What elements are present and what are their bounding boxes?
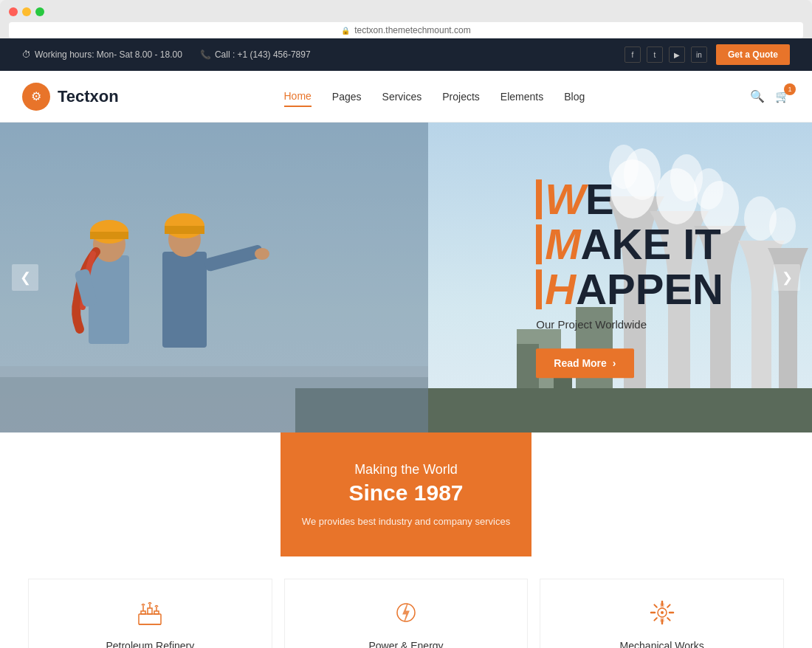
svg-rect-28 <box>139 614 161 624</box>
hero-subtitle: Our Project Worldwide <box>536 318 723 331</box>
making-world-year: Since 1987 <box>295 480 517 506</box>
orange-bar-2 <box>536 224 542 264</box>
svg-point-38 <box>661 611 664 614</box>
nav-elements[interactable]: Elements <box>500 87 543 106</box>
lock-icon: 🔒 <box>341 27 350 35</box>
social-icons: f t ▶ in <box>625 46 707 63</box>
hero-h-letter: H <box>545 267 576 312</box>
top-bar-right: f t ▶ in Get a Quote <box>625 44 790 65</box>
search-icon[interactable]: 🔍 <box>750 89 765 103</box>
hero-content: WE MAKE IT HAPPEN Our Project Worldwide … <box>536 177 723 378</box>
working-hours-info: ⏱ Working hours: Mon- Sat 8.00 - 18.00 <box>22 49 182 60</box>
making-world-wrapper: Making the World Since 1987 We provides … <box>0 432 812 556</box>
nav-projects[interactable]: Projects <box>442 87 480 106</box>
petroleum-title: Petroleum Refinery <box>44 640 257 648</box>
read-more-button[interactable]: Read More › <box>536 348 633 378</box>
petroleum-refinery-icon <box>131 594 168 631</box>
get-quote-button[interactable]: Get a Quote <box>716 44 790 65</box>
mechanical-title: Mechanical Works <box>555 640 768 648</box>
url-text: tectxon.themetechmount.com <box>354 25 470 35</box>
logo[interactable]: ⚙ Tectxon <box>22 83 119 111</box>
service-card-mechanical[interactable]: Mechanical Works <box>540 579 784 648</box>
nav-services[interactable]: Services <box>382 87 422 106</box>
power-energy-icon <box>388 594 424 631</box>
cart-badge: 1 <box>784 83 796 95</box>
minimize-dot[interactable] <box>22 7 31 16</box>
svg-rect-25 <box>165 226 204 234</box>
left-arrow-icon: ❮ <box>20 269 31 286</box>
address-bar[interactable]: 🔒 tectxon.themetechmount.com <box>9 22 803 38</box>
svg-rect-20 <box>90 232 128 239</box>
read-more-label: Read More <box>554 357 607 369</box>
hero-appen-text: APPEN <box>576 267 723 312</box>
nav-pages[interactable]: Pages <box>332 87 362 106</box>
svg-point-27 <box>255 248 269 260</box>
svg-rect-29 <box>141 611 145 614</box>
facebook-icon[interactable]: f <box>625 46 641 63</box>
nav-actions: 🔍 🛒 1 <box>750 89 790 103</box>
youtube-icon[interactable]: ▶ <box>669 46 685 63</box>
hero-section: WE MAKE IT HAPPEN Our Project Worldwide … <box>0 123 812 432</box>
main-nav: ⚙ Tectxon Home Pages Services Projects E… <box>0 71 812 123</box>
svg-rect-16 <box>0 377 428 432</box>
orange-bar-1 <box>536 180 542 220</box>
slider-prev-button[interactable]: ❮ <box>12 264 38 291</box>
nav-blog[interactable]: Blog <box>564 87 585 106</box>
clock-icon: ⏱ <box>22 49 31 60</box>
logo-icon: ⚙ <box>22 83 50 111</box>
services-section: Petroleum Refinery Power & Energy <box>0 556 812 648</box>
nav-home[interactable]: Home <box>284 86 312 107</box>
hero-title-line1: WE <box>536 177 723 222</box>
hero-title-line3: HAPPEN <box>536 267 723 312</box>
maximize-dot[interactable] <box>35 7 44 16</box>
svg-rect-30 <box>148 608 152 614</box>
making-world-section: Making the World Since 1987 We provides … <box>281 432 531 556</box>
top-bar-left: ⏱ Working hours: Mon- Sat 8.00 - 18.00 📞… <box>22 49 311 60</box>
hero-akeit-text: AKE IT <box>581 222 721 267</box>
nav-links: Home Pages Services Projects Elements Bl… <box>284 86 585 107</box>
mechanical-works-icon <box>644 594 681 631</box>
hero-title-line2: MAKE IT <box>536 222 723 267</box>
phone-text: Call : +1 (143) 456-7897 <box>215 49 311 60</box>
working-hours-text: Working hours: Mon- Sat 8.00 - 18.00 <box>35 49 182 60</box>
hero-m-letter: M <box>545 222 580 267</box>
making-world-description: We provides best industry and company se… <box>295 516 517 527</box>
svg-rect-15 <box>0 366 428 377</box>
svg-rect-31 <box>154 611 159 614</box>
logo-text: Tectxon <box>58 87 119 106</box>
close-dot[interactable] <box>9 7 18 16</box>
twitter-icon[interactable]: t <box>647 46 663 63</box>
browser-dots <box>9 7 803 16</box>
cart-icon[interactable]: 🛒 1 <box>775 89 790 103</box>
hero-e-text: E <box>585 177 614 222</box>
browser-chrome: 🔒 tectxon.themetechmount.com <box>0 0 812 38</box>
below-hero-section: Making the World Since 1987 We provides … <box>0 432 812 648</box>
arrow-icon: › <box>613 357 616 369</box>
svg-rect-22 <box>162 252 207 348</box>
phone-icon: 📞 <box>200 49 211 60</box>
hero-title: WE MAKE IT HAPPEN <box>536 177 723 312</box>
making-world-subtitle: Making the World <box>295 462 517 478</box>
linkedin-icon[interactable]: in <box>691 46 707 63</box>
power-title: Power & Energy <box>300 640 513 648</box>
slider-next-button[interactable]: ❯ <box>774 264 800 291</box>
hero-w-letter: W <box>545 177 585 222</box>
right-arrow-icon: ❯ <box>782 269 793 286</box>
service-card-petroleum[interactable]: Petroleum Refinery <box>28 579 272 648</box>
orange-bar-3 <box>536 269 542 309</box>
phone-info: 📞 Call : +1 (143) 456-7897 <box>200 49 311 60</box>
top-bar: ⏱ Working hours: Mon- Sat 8.00 - 18.00 📞… <box>0 38 812 71</box>
svg-point-11 <box>769 207 796 244</box>
service-card-power[interactable]: Power & Energy <box>284 579 529 648</box>
workers-scene <box>0 123 447 432</box>
website-container: ⏱ Working hours: Mon- Sat 8.00 - 18.00 📞… <box>0 38 812 648</box>
